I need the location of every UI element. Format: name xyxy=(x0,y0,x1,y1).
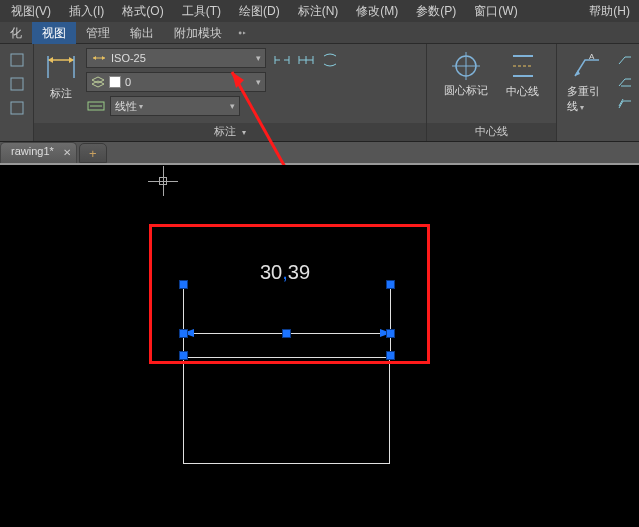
layer-value: 0 xyxy=(125,76,131,88)
ribbon-tab-2[interactable]: 管理 xyxy=(76,22,120,44)
menu-insert[interactable]: 插入(I) xyxy=(60,0,113,22)
dimstyle-icon xyxy=(91,52,107,64)
panel-centerline: 圆心标记 中心线 中心线 xyxy=(427,44,557,141)
menu-draw[interactable]: 绘图(D) xyxy=(230,0,289,22)
svg-rect-2 xyxy=(11,78,23,90)
ribbon-tab-4[interactable]: 附加模块 xyxy=(164,22,232,44)
document-tabs: rawing1* ✕ + xyxy=(0,142,639,165)
multileader-button[interactable]: A 多重引线▾ xyxy=(561,46,613,118)
layer-stack-icon xyxy=(91,76,105,88)
dim-baseline-icon[interactable] xyxy=(320,50,340,70)
dimstyle-value: ISO-25 xyxy=(111,52,146,64)
panel-centerline-title: 中心线 xyxy=(427,123,556,141)
dimstyle-dropdown[interactable]: ISO-25 ▾ xyxy=(86,48,266,68)
multileader-icon: A xyxy=(571,50,603,82)
circle-center-label: 圆心标记 xyxy=(444,84,488,96)
ribbon-tabs: 化 视图 管理 输出 附加模块 xyxy=(0,22,639,44)
linetype-value: 线性 xyxy=(115,99,137,114)
leader-small-3-icon[interactable] xyxy=(615,94,635,114)
menu-modify[interactable]: 修改(M) xyxy=(347,0,407,22)
menu-tools[interactable]: 工具(T) xyxy=(173,0,230,22)
svg-rect-3 xyxy=(11,102,23,114)
menu-view[interactable]: 视图(V) xyxy=(2,0,60,22)
leader-small-2-icon[interactable] xyxy=(615,72,635,92)
unknown-icon-3[interactable] xyxy=(7,98,27,118)
menu-bar: 视图(V) 插入(I) 格式(O) 工具(T) 绘图(D) 标注(N) 修改(M… xyxy=(0,0,639,22)
ribbon-tab-0[interactable]: 化 xyxy=(0,22,32,44)
unknown-icon-1[interactable] xyxy=(7,50,27,70)
panel-leader: A 多重引线▾ xyxy=(557,44,639,141)
ribbon-tab-1[interactable]: 视图 xyxy=(32,22,76,44)
chevron-down-icon: ▾ xyxy=(256,53,261,63)
document-add-button[interactable]: + xyxy=(79,143,107,163)
unknown-icon-2[interactable] xyxy=(7,74,27,94)
svg-point-0 xyxy=(239,31,242,34)
menu-format[interactable]: 格式(O) xyxy=(113,0,172,22)
leader-small-1-icon[interactable] xyxy=(615,50,635,70)
close-icon[interactable]: ✕ xyxy=(63,147,71,158)
circle-center-button[interactable]: 圆心标记 xyxy=(438,46,494,100)
rectangle-object[interactable] xyxy=(183,357,390,464)
svg-text:A: A xyxy=(589,52,595,61)
menu-window[interactable]: 窗口(W) xyxy=(465,0,526,22)
svg-rect-1 xyxy=(11,54,23,66)
menu-parametric[interactable]: 参数(P) xyxy=(407,0,465,22)
dimension-big-button-label: 标注 xyxy=(50,86,72,101)
menu-dimension[interactable]: 标注(N) xyxy=(289,0,348,22)
dimension-big-button[interactable]: 标注 xyxy=(38,46,84,105)
linetype-icon[interactable] xyxy=(86,96,106,116)
panel-truncated-left xyxy=(0,44,34,141)
ribbon-overflow-icon[interactable] xyxy=(238,28,248,38)
centerline-icon xyxy=(507,50,539,82)
menu-help[interactable]: 帮助(H) xyxy=(580,0,639,22)
circle-center-icon xyxy=(450,50,482,82)
annotation-highlight-box xyxy=(149,224,430,364)
document-tab-label: rawing1* xyxy=(11,145,54,157)
centerline-label: 中心线 xyxy=(506,84,539,99)
svg-line-25 xyxy=(232,72,290,176)
document-tab[interactable]: rawing1* ✕ xyxy=(0,142,77,163)
layer-color-swatch xyxy=(109,76,121,88)
dimension-icon xyxy=(44,50,78,84)
multileader-label: 多重引线▾ xyxy=(567,84,607,114)
centerline-button[interactable]: 中心线 xyxy=(500,46,545,103)
ribbon-tab-3[interactable]: 输出 xyxy=(120,22,164,44)
ribbon: 标注 ISO-25 ▾ 0 ▾ 线性 xyxy=(0,44,639,142)
drawing-canvas[interactable]: 30,39 xyxy=(0,165,639,527)
